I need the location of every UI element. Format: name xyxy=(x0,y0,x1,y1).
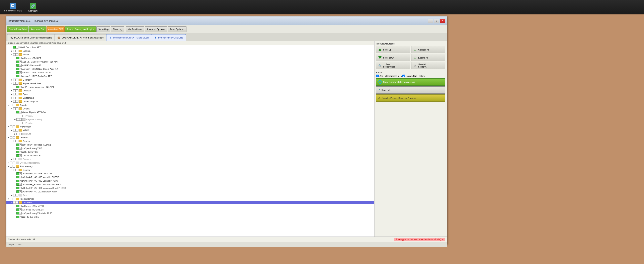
cb-enabled[interactable] xyxy=(16,212,19,214)
cb-enabled[interactable] xyxy=(16,205,19,207)
cb-checked[interactable]: ✓ xyxy=(19,176,22,178)
close-button[interactable]: ✕ xyxy=(440,19,445,23)
tree-item-regional[interactable]: ▶ Regional scenery xyxy=(6,118,374,121)
tree-item-default[interactable]: ▼ Default xyxy=(6,107,374,110)
cb-enabled[interactable] xyxy=(16,180,19,182)
search-scenerypack-button[interactable]: 🔍 SearchScenerypack xyxy=(376,62,410,69)
cb-enabled[interactable] xyxy=(16,216,19,218)
tree-item-global-apts[interactable]: ✓ Global Airports APT LOW xyxy=(6,110,374,114)
cb-checked[interactable]: ✓ xyxy=(19,60,22,63)
tree-item-corsica-osm[interactable]: ✓ A Corsica_OSM MESH xyxy=(6,204,374,208)
cb-checked[interactable]: ✓ xyxy=(19,180,22,182)
cb-enabled[interactable] xyxy=(16,68,19,70)
cb-checked[interactable]: ✓ xyxy=(19,212,22,214)
cb-enabled[interactable] xyxy=(16,172,19,175)
reset-options-button[interactable]: Reset Options xyxy=(168,26,186,32)
cb-checked[interactable]: ✓ xyxy=(19,111,22,114)
cb-enabled[interactable] xyxy=(16,190,19,193)
tree-item-osm[interactable]: ▶ OSM xyxy=(6,132,374,136)
scroll-down-button[interactable]: Scroll down xyxy=(376,54,410,61)
cb-enabled[interactable] xyxy=(16,71,19,74)
tree-item-spain[interactable]: ▶ Spain xyxy=(6,92,374,96)
expand-all-button[interactable]: ⊞ Expand All xyxy=(411,54,445,61)
tree-item-lfrs[interactable]: ✓ A LFRS Nantes APT xyxy=(6,64,374,67)
show-log-button[interactable]: Show Log xyxy=(111,26,124,32)
tree-item-nantes[interactable]: ✓ zOrtho4XP_+47-002 Nantes PHOTO xyxy=(6,190,374,194)
tree-item-papua[interactable]: ▼ Papua New Guinea xyxy=(6,82,374,85)
cb-enabled[interactable] xyxy=(16,151,19,153)
cb-checked[interactable]: ✓ xyxy=(19,151,22,153)
tree-item-france[interactable]: ▼ France xyxy=(6,53,374,56)
tree-item-seasons[interactable]: ▶ Seasons xyxy=(6,157,374,161)
tree-item-airports[interactable]: ▼ Airports xyxy=(6,103,374,107)
taskbar-item-share[interactable]: 🔗 Share Link xyxy=(26,2,40,12)
cb-checked[interactable]: ✓ xyxy=(19,208,22,211)
tree-item-lfpg[interactable]: ✓ Aerosoft - LFPG Paris CDG APT xyxy=(6,71,374,74)
cb-checked[interactable]: ✓ xyxy=(19,144,22,146)
tree-item-needs-attention[interactable]: ▼ Needs attention xyxy=(6,197,374,201)
show-preview-button[interactable]: 🌐 Show Preview of Scenerypacks.ini xyxy=(376,78,445,86)
tree-item-lfmn[interactable]: ✓ Aerosoft - LFMN Nice Cote d Azur X APT xyxy=(6,67,374,71)
tree-item-zzworld[interactable]: ✓ zzworld-models LIB xyxy=(6,154,374,157)
cb-enabled[interactable] xyxy=(16,154,19,157)
cb-checked[interactable]: ✓ xyxy=(16,46,18,48)
tree-item-lfpo[interactable]: ✓ Aerosoft - LFPO Paris Orly APT xyxy=(6,74,374,78)
cb-enabled[interactable] xyxy=(16,187,19,189)
tree-item-unsolved[interactable]: ▼ Unsolved xyxy=(6,201,374,204)
auto-close-button[interactable]: Auto close OFF xyxy=(46,26,65,32)
tree-item-cannes[interactable]: ✓ zOrtho4XP_+43+006 Cannes PHOTO xyxy=(6,179,374,182)
scan-problems-button[interactable]: ⚠ Scan for Potential Scenery Problems xyxy=(376,94,445,102)
tab-airports-info[interactable]: ℹ Information on AIRPORTS and MESH xyxy=(106,34,152,41)
tree-item-portugal[interactable]: ▶ Portugal xyxy=(6,89,374,92)
show-help-button[interactable]: ? Show Help xyxy=(376,86,445,94)
tree-item-prefab2[interactable]: Prefab... xyxy=(6,121,374,125)
cb-checked[interactable]: ✓ xyxy=(19,187,22,189)
cb-checked[interactable]: ✓ xyxy=(19,75,22,78)
rescan-button[interactable]: Rescan Scenery and Plugins xyxy=(65,26,96,32)
cb-enabled[interactable] xyxy=(16,86,19,88)
scroll-up-button[interactable]: Scroll up xyxy=(376,46,410,53)
tree-item-photoscenery[interactable]: ▼ Photoscenery xyxy=(6,164,374,168)
cb-checked[interactable]: ✓ xyxy=(19,216,22,218)
tree-item-lowi[interactable]: ✓ LOW1 Demo Area APT xyxy=(6,46,374,49)
start-xplane-button[interactable]: Start X-Plane 64bit xyxy=(7,26,28,32)
cb-enabled[interactable] xyxy=(16,144,19,146)
tree-item-corsica-obj[interactable]: ✓ A Corsica_OBJ APT xyxy=(6,56,374,60)
tree-item-overlay[interactable]: ▶ Overlay photoscenery xyxy=(6,161,374,164)
tree-item-zzr2[interactable]: ✓ zzR2_Library LIB xyxy=(6,150,374,154)
cb-checked[interactable]: ✓ xyxy=(19,172,22,175)
tree-item-general-lib[interactable]: ▼ General xyxy=(6,139,374,143)
cb-checked[interactable]: ✓ xyxy=(19,71,22,74)
tree-item-germany[interactable]: ▶ Germany xyxy=(6,78,374,82)
tab-plugins[interactable]: 🔌 PLUGINS and SCRIPTS: enable/disable xyxy=(7,34,55,41)
tree-item-belgium[interactable]: ▶ Belgium xyxy=(6,49,374,53)
tree-item-libraries[interactable]: ▼ Libraries xyxy=(6,136,374,139)
collapse-all-button[interactable]: ⊟ Collapse All xyxy=(411,46,445,53)
tree-item-w2xp[interactable]: ▶ W2XP xyxy=(6,128,374,132)
advanced-options-button[interactable]: Advanced Options xyxy=(145,26,168,32)
restore-button[interactable]: □ xyxy=(434,19,439,23)
map-providers-button[interactable]: MapProviders xyxy=(126,26,144,32)
cb-checked[interactable]: ✓ xyxy=(19,64,22,66)
cb-enabled[interactable] xyxy=(16,64,19,66)
tree-item-lfml[interactable]: ✓ A LFML_MarseillleProvence_V10 APT xyxy=(6,60,374,64)
cb-enabled[interactable] xyxy=(16,183,19,186)
tree-item-prefab1[interactable]: Prefab... xyxy=(6,114,374,118)
tree-item-corse[interactable]: ✓ zOrtho4XP_+41+008 Corse PHOTO xyxy=(6,172,374,176)
tree-item-general-photo[interactable]: ▼ General xyxy=(6,168,374,172)
tree-item-switzerland[interactable]: ▶ Switzerland xyxy=(6,96,374,100)
tree-item-zzopen-installer[interactable]: ✓ zzOpenSceneryX Installer MISC xyxy=(6,212,374,215)
tree-item-corsica-rds[interactable]: ✓ A Corsica_RDS MESH xyxy=(6,208,374,212)
cb-enabled[interactable] xyxy=(16,75,19,78)
cb-enabled[interactable] xyxy=(16,176,19,178)
cb-checked[interactable]: ✓ xyxy=(19,147,22,150)
tab-custom-scenery[interactable]: 📦 CUSTOM SCENERY: order & enable/disable xyxy=(55,34,106,41)
cb-checked[interactable]: ✓ xyxy=(19,57,22,59)
tree-item-uk[interactable]: ▶ United Kingdom xyxy=(6,100,374,103)
tree-item-zzz30[interactable]: ✓ zzz+30-020 MISC xyxy=(6,215,374,219)
tree-content[interactable]: ✓ LOW1 Demo Area APT ▶ Belgium ▼ xyxy=(6,45,374,236)
tab-versions-info[interactable]: ℹ Information on VERSIONS xyxy=(151,34,186,41)
include-sub-checkbox[interactable] xyxy=(402,74,405,77)
minimize-button[interactable]: ─ xyxy=(428,19,433,23)
cb-enabled[interactable] xyxy=(16,111,19,114)
